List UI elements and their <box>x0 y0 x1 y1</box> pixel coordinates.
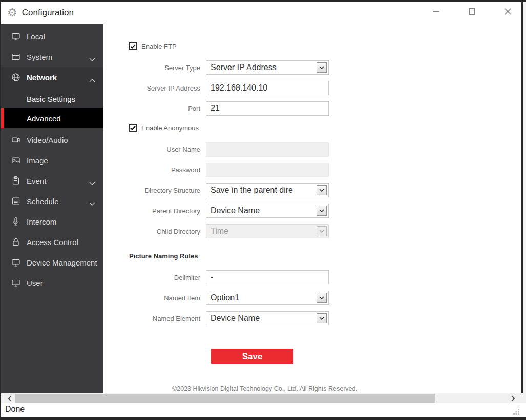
microphone-icon <box>11 217 20 226</box>
gear-icon: ⚙ <box>7 7 17 18</box>
delimiter-input[interactable] <box>206 270 329 284</box>
system-icon <box>11 52 20 61</box>
port-label: Port <box>103 105 206 113</box>
horizontal-scrollbar-thumb[interactable] <box>15 394 435 403</box>
sidebar-item-event[interactable]: Event <box>1 170 103 191</box>
image-icon <box>11 156 20 165</box>
sidebar-item-image[interactable]: Image <box>1 150 103 170</box>
scroll-left-arrow-icon[interactable] <box>6 395 13 402</box>
named-element-label: Named Element <box>103 315 206 322</box>
server-ip-label: Server IP Address <box>103 84 206 92</box>
event-icon <box>11 176 20 185</box>
named-item-select[interactable]: Option1 <box>206 291 329 305</box>
password-label: Password <box>103 166 206 174</box>
copyright-text: ©2023 Hikvision Digital Technology Co., … <box>103 385 426 392</box>
ftp-settings-panel: Enable FTP Server Type Server IP Address… <box>103 24 521 393</box>
sidebar-item-advanced[interactable]: Advanced <box>1 108 103 128</box>
monitor-icon <box>11 32 20 41</box>
active-item-accent-bar <box>1 108 4 128</box>
directory-structure-select[interactable]: Save in the parent dire <box>206 183 329 197</box>
sidebar-item-network[interactable]: Network <box>1 67 103 87</box>
server-ip-input[interactable] <box>206 81 329 95</box>
dropdown-arrow-icon[interactable] <box>317 313 327 323</box>
status-text: Done <box>5 405 25 414</box>
sidebar-item-access-control[interactable]: Access Control <box>1 232 103 252</box>
child-directory-select: Time <box>206 224 329 238</box>
device-management-icon <box>11 258 20 267</box>
parent-directory-select[interactable]: Device Name <box>206 204 329 218</box>
sidebar-item-intercom[interactable]: Intercom <box>1 211 103 232</box>
sidebar-item-video-audio[interactable]: Video/Audio <box>1 129 103 150</box>
close-button[interactable] <box>500 5 515 19</box>
chevron-down-icon <box>89 179 95 187</box>
user-name-input <box>206 142 329 157</box>
resize-grip[interactable] <box>513 408 519 417</box>
user-name-label: User Name <box>103 146 206 153</box>
scroll-right-arrow-icon[interactable] <box>510 395 517 402</box>
maximize-button[interactable] <box>464 5 479 19</box>
globe-icon <box>11 73 20 82</box>
enable-anonymous-checkbox[interactable]: Enable Anonymous <box>129 124 199 132</box>
status-bar: Done <box>1 403 526 417</box>
named-element-select[interactable]: Device Name <box>206 311 329 325</box>
server-type-select[interactable]: Server IP Address <box>206 60 329 75</box>
save-button[interactable]: Save <box>211 349 293 364</box>
sidebar-item-basic-settings[interactable]: Basic Settings <box>1 89 103 109</box>
sidebar-item-schedule[interactable]: Schedule <box>1 191 103 211</box>
window-title: Configuration <box>22 8 74 18</box>
user-icon <box>11 278 20 288</box>
password-input <box>206 163 329 177</box>
window-border-bottom <box>0 417 526 420</box>
dropdown-arrow-icon[interactable] <box>317 185 327 195</box>
chevron-up-icon <box>89 75 95 84</box>
schedule-icon <box>11 196 20 206</box>
server-type-label: Server Type <box>103 64 206 72</box>
named-item-label: Named Item <box>103 294 206 302</box>
sidebar-item-device-management[interactable]: Device Management <box>1 252 103 273</box>
enable-ftp-checkbox[interactable]: Enable FTP <box>129 42 177 50</box>
dropdown-arrow-icon[interactable] <box>317 293 327 303</box>
child-directory-label: Child Directory <box>103 228 206 235</box>
chevron-down-icon <box>89 199 95 208</box>
parent-directory-label: Parent Directory <box>103 207 206 215</box>
close-icon <box>504 8 511 16</box>
dropdown-arrow-icon <box>317 226 327 236</box>
dropdown-arrow-icon[interactable] <box>317 62 327 73</box>
port-input[interactable] <box>206 101 329 116</box>
picture-naming-rules-heading: Picture Naming Rules <box>129 252 198 260</box>
minimize-icon <box>433 9 439 16</box>
maximize-icon <box>469 8 475 16</box>
video-icon <box>11 135 20 144</box>
delimiter-label: Delimiter <box>103 274 206 281</box>
dropdown-arrow-icon[interactable] <box>317 206 327 216</box>
configuration-window: ⚙ Configuration Local System Network Bas… <box>0 0 526 420</box>
checkbox-checked-icon <box>129 42 137 50</box>
chevron-down-icon <box>89 55 95 63</box>
lock-icon <box>11 237 20 247</box>
sidebar: Local System Network Basic Settings Adva… <box>1 24 103 393</box>
vertical-scrollbar[interactable] <box>523 2 526 393</box>
horizontal-scrollbar[interactable] <box>1 393 526 403</box>
directory-structure-label: Directory Structure <box>103 187 206 194</box>
sidebar-item-system[interactable]: System <box>1 47 103 67</box>
sidebar-item-user[interactable]: User <box>1 273 103 293</box>
sidebar-item-local[interactable]: Local <box>1 26 103 47</box>
minimize-button[interactable] <box>428 5 444 19</box>
checkbox-checked-icon <box>129 124 137 132</box>
